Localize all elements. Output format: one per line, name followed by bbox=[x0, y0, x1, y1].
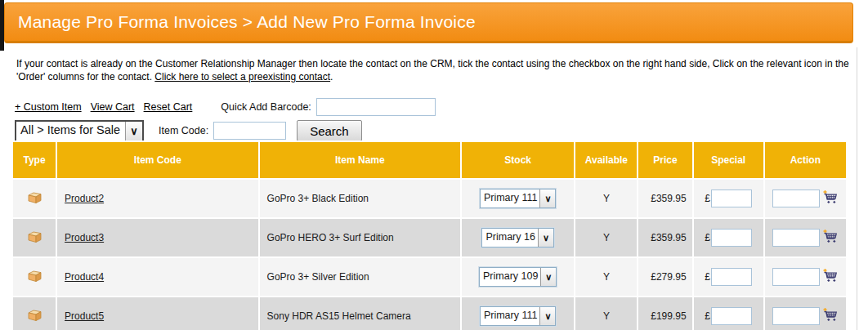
available-flag: Y bbox=[603, 310, 610, 322]
add-to-cart-icon[interactable] bbox=[823, 308, 838, 324]
quantity-input[interactable] bbox=[772, 268, 820, 286]
chevron-down-icon: ∨ bbox=[540, 268, 556, 286]
table-row: Product2 GoPro 3+ Black Edition Primary … bbox=[13, 180, 846, 217]
package-icon bbox=[27, 313, 43, 324]
stock-select[interactable]: Primary 111 ∨ bbox=[480, 189, 557, 208]
stock-select[interactable]: Primary 111 ∨ bbox=[480, 306, 557, 326]
reset-cart-link[interactable]: Reset Cart bbox=[144, 101, 193, 113]
currency-symbol: £ bbox=[705, 193, 710, 204]
item-name-text: Sony HDR AS15 Helmet Camera bbox=[267, 310, 411, 322]
currency-symbol: £ bbox=[705, 271, 710, 283]
page-title: Manage Pro Forma Invoices > Add New Pro … bbox=[18, 12, 476, 32]
package-icon bbox=[27, 274, 43, 285]
stock-select-value: Primary 111 bbox=[481, 190, 540, 207]
instructions-period: . bbox=[330, 71, 333, 82]
item-name-text: GoPro HERO 3+ Surf Edition bbox=[267, 232, 394, 243]
available-flag: Y bbox=[603, 271, 610, 283]
stock-select[interactable]: Primary 16 ∨ bbox=[481, 228, 553, 247]
available-flag: Y bbox=[603, 232, 610, 243]
col-header-stock: Stock bbox=[462, 142, 574, 178]
instructions-text: If your contact is already on the Custom… bbox=[16, 57, 852, 83]
price-text: £359.95 bbox=[651, 232, 686, 243]
col-header-special: Special bbox=[694, 142, 763, 178]
item-code-label: Item Code: bbox=[159, 125, 208, 136]
col-header-item-code: Item Code bbox=[57, 142, 257, 178]
col-header-action: Action bbox=[765, 142, 846, 178]
chevron-down-icon: ∨ bbox=[539, 190, 555, 207]
special-price-input[interactable] bbox=[711, 229, 752, 247]
price-text: £279.95 bbox=[651, 271, 686, 283]
col-header-price: Price bbox=[638, 142, 691, 178]
category-select-value: All > Items for Sale bbox=[16, 122, 125, 140]
available-flag: Y bbox=[603, 193, 610, 204]
type-cell bbox=[13, 219, 56, 256]
table-body: Product2 GoPro 3+ Black Edition Primary … bbox=[13, 180, 846, 330]
currency-symbol: £ bbox=[705, 232, 710, 243]
stock-select-value: Primary 109 bbox=[480, 268, 540, 286]
view-cart-link[interactable]: View Cart bbox=[91, 101, 135, 113]
chevron-down-icon: ∨ bbox=[539, 307, 555, 325]
price-text: £199.95 bbox=[651, 310, 686, 322]
quantity-input[interactable] bbox=[772, 307, 820, 325]
table-row: Product3 GoPro HERO 3+ Surf Edition Prim… bbox=[13, 219, 846, 256]
toolbar: + Custom Item View Cart Reset Cart Quick… bbox=[15, 98, 848, 142]
special-price-input[interactable] bbox=[711, 268, 752, 286]
item-code-link[interactable]: Product4 bbox=[65, 271, 104, 283]
special-price-input[interactable] bbox=[711, 307, 752, 325]
item-code-link[interactable]: Product5 bbox=[65, 310, 104, 322]
add-to-cart-icon[interactable] bbox=[823, 190, 838, 207]
item-code-link[interactable]: Product2 bbox=[65, 193, 104, 204]
col-header-available: Available bbox=[575, 142, 637, 178]
item-name-text: GoPro 3+ Silver Edition bbox=[267, 271, 369, 283]
price-text: £359.95 bbox=[651, 193, 686, 204]
items-table: Type Item Code Item Name Stock Available… bbox=[11, 140, 848, 330]
quick-add-barcode-label: Quick Add Barcode: bbox=[221, 101, 311, 113]
add-to-cart-icon[interactable] bbox=[823, 230, 838, 246]
type-cell bbox=[13, 258, 56, 296]
stock-select[interactable]: Primary 109 ∨ bbox=[479, 267, 557, 287]
custom-item-link[interactable]: + Custom Item bbox=[15, 101, 82, 113]
special-price-input[interactable] bbox=[711, 190, 752, 207]
package-icon bbox=[27, 195, 43, 207]
search-button[interactable]: Search bbox=[297, 120, 362, 141]
table-row: Product5 Sony HDR AS15 Helmet Camera Pri… bbox=[13, 297, 846, 330]
quantity-input[interactable] bbox=[772, 190, 820, 207]
add-to-cart-icon[interactable] bbox=[823, 269, 838, 285]
col-header-item-name: Item Name bbox=[260, 142, 460, 178]
type-cell bbox=[13, 297, 56, 330]
stock-select-value: Primary 16 bbox=[482, 229, 537, 247]
type-cell bbox=[13, 180, 56, 217]
table-header-row: Type Item Code Item Name Stock Available… bbox=[13, 142, 846, 178]
select-preexisting-contact-link[interactable]: Click here to select a preexisting conta… bbox=[154, 71, 330, 82]
page-header: Manage Pro Forma Invoices > Add New Pro … bbox=[4, 2, 853, 43]
item-code-input[interactable] bbox=[213, 122, 286, 140]
instructions-body: If your contact is already on the Custom… bbox=[16, 58, 849, 82]
stock-select-value: Primary 111 bbox=[481, 307, 540, 325]
quick-add-barcode-input[interactable] bbox=[316, 98, 436, 116]
container-border bbox=[857, 47, 857, 330]
item-name-text: GoPro 3+ Black Edition bbox=[267, 193, 369, 204]
package-icon bbox=[27, 234, 43, 246]
chevron-down-icon: ∨ bbox=[125, 122, 142, 140]
quantity-input[interactable] bbox=[772, 229, 820, 247]
col-header-type: Type bbox=[13, 142, 56, 178]
chevron-down-icon: ∨ bbox=[538, 229, 553, 247]
currency-symbol: £ bbox=[705, 310, 710, 322]
table-row: Product4 GoPro 3+ Silver Edition Primary… bbox=[13, 258, 846, 296]
item-code-link[interactable]: Product3 bbox=[65, 232, 104, 243]
category-select[interactable]: All > Items for Sale ∨ bbox=[15, 120, 144, 142]
